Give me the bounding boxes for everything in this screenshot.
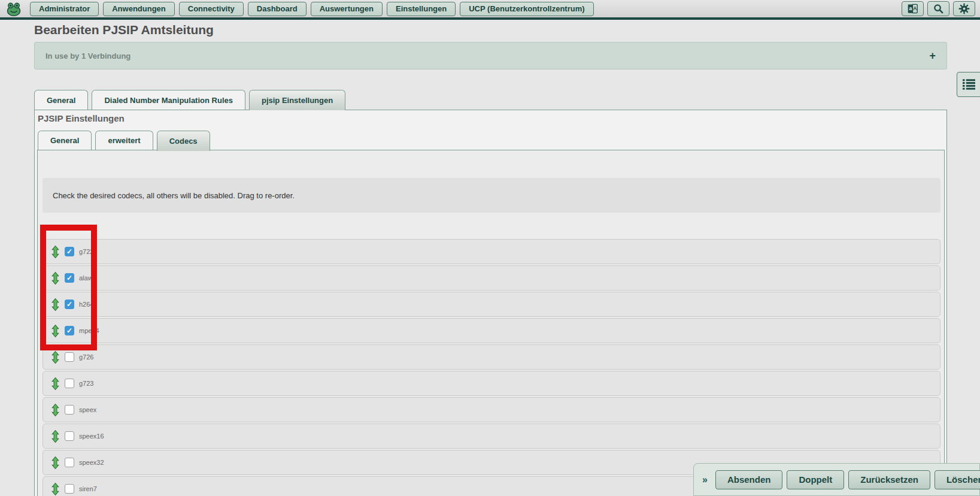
- language-button[interactable]: a A: [902, 1, 924, 16]
- nav-menu-item-label: Einstellungen: [396, 4, 447, 13]
- codec-label: h264: [79, 301, 93, 308]
- drag-reorder-icon[interactable]: [51, 456, 59, 469]
- search-icon: [933, 4, 943, 14]
- language-icon: a A: [907, 3, 918, 14]
- drag-reorder-icon[interactable]: [51, 377, 59, 390]
- drag-reorder-icon[interactable]: [51, 298, 59, 311]
- nav-menu-item-label: Administrator: [39, 4, 90, 13]
- codec-checkbox[interactable]: [65, 405, 74, 415]
- form-action-buttons: Absenden Doppelt Zurücksetzen Löschen: [715, 470, 980, 489]
- nav-menu: Administrator Anwendungen Connectivity D…: [30, 2, 594, 16]
- tab-label: erweitert: [108, 136, 140, 145]
- codec-checkbox[interactable]: [65, 458, 74, 467]
- codec-row[interactable]: speex16: [43, 424, 940, 449]
- list-icon: [963, 79, 975, 90]
- nav-menu-item[interactable]: UCP (Benutzerkontrollzentrum): [460, 2, 593, 16]
- tab-label: General: [50, 136, 79, 145]
- codec-label: g723: [79, 380, 93, 387]
- action-button[interactable]: Absenden: [715, 470, 783, 489]
- tab-label: pjsip Einstellungen: [262, 96, 333, 105]
- codec-label: speex: [79, 406, 96, 413]
- nav-menu-item-label: Auswertungen: [320, 4, 374, 13]
- main-tab-bar: General Dialed Number Manipulation Rules…: [34, 90, 345, 110]
- drag-reorder-icon[interactable]: [51, 246, 59, 258]
- inuse-text: In use by 1 Verbindung: [45, 52, 131, 61]
- drag-reorder-icon[interactable]: [51, 325, 59, 337]
- codec-row[interactable]: mpeg4: [43, 318, 940, 343]
- tab[interactable]: General: [34, 90, 88, 110]
- svg-text:A: A: [913, 5, 917, 11]
- codec-row[interactable]: g722: [43, 239, 940, 264]
- codec-hint-box: Check the desired codecs, all others wil…: [43, 178, 940, 213]
- action-button-label: Doppelt: [799, 474, 832, 485]
- page-title: Bearbeiten PJSIP Amtsleitung: [34, 23, 214, 37]
- nav-menu-item-label: Connectivity: [188, 4, 235, 13]
- tab-label: General: [47, 96, 75, 105]
- nav-menu-item[interactable]: Anwendungen: [103, 2, 175, 16]
- codec-checkbox[interactable]: [65, 300, 74, 309]
- gear-icon: [958, 3, 970, 14]
- module-list-button[interactable]: [957, 72, 980, 97]
- codec-label: mpeg4: [79, 327, 99, 334]
- codec-list: g722 alaw h264 mpeg4: [43, 239, 940, 496]
- tab[interactable]: Dialed Number Manipulation Rules: [92, 90, 245, 110]
- action-button-label: Löschen: [946, 474, 980, 485]
- action-button[interactable]: Doppelt: [787, 470, 844, 489]
- codec-label: g722: [79, 248, 93, 255]
- settings-button[interactable]: [953, 1, 975, 16]
- form-action-bar: » Absenden Doppelt Zurücksetzen Löschen: [693, 463, 980, 496]
- nav-menu-item-label: Dashboard: [257, 4, 298, 13]
- action-button-label: Absenden: [727, 474, 771, 485]
- drag-reorder-icon[interactable]: [51, 272, 59, 285]
- nav-menu-item-label: Anwendungen: [112, 4, 166, 13]
- nav-menu-item[interactable]: Administrator: [30, 2, 99, 16]
- nav-menu-item[interactable]: Dashboard: [248, 2, 307, 16]
- codec-row[interactable]: h264: [43, 292, 940, 317]
- codec-row[interactable]: g723: [43, 371, 940, 396]
- collapse-chevron-icon[interactable]: »: [702, 474, 708, 485]
- drag-reorder-icon[interactable]: [51, 430, 59, 443]
- codec-label: speex16: [79, 433, 104, 440]
- search-button[interactable]: [927, 1, 949, 16]
- codec-checkbox[interactable]: [65, 431, 74, 441]
- codec-label: g726: [79, 353, 93, 361]
- freepbx-frog-logo-icon[interactable]: [6, 1, 22, 17]
- codec-sub-tab-bar: General erweitert Codecs: [38, 131, 210, 151]
- freepbx-screen: Administrator Anwendungen Connectivity D…: [0, 0, 980, 496]
- codec-row[interactable]: alaw: [43, 265, 940, 291]
- codec-row[interactable]: speex: [43, 397, 940, 422]
- codec-checkbox[interactable]: [65, 484, 74, 494]
- nav-menu-item[interactable]: Auswertungen: [311, 2, 383, 16]
- top-navbar: Administrator Anwendungen Connectivity D…: [0, 0, 980, 20]
- codec-checkbox[interactable]: [65, 326, 74, 335]
- nav-menu-item[interactable]: Einstellungen: [387, 2, 456, 16]
- action-button[interactable]: Zurücksetzen: [848, 470, 930, 489]
- tab[interactable]: pjsip Einstellungen: [249, 90, 345, 110]
- expand-plus-icon[interactable]: +: [929, 50, 936, 61]
- action-button-label: Zurücksetzen: [860, 474, 918, 485]
- tab[interactable]: General: [38, 131, 92, 150]
- codec-label: siren7: [79, 485, 97, 492]
- codec-checkbox[interactable]: [65, 379, 74, 388]
- svg-text:a: a: [909, 5, 912, 11]
- codec-label: speex32: [79, 459, 104, 466]
- drag-reorder-icon[interactable]: [51, 404, 59, 416]
- codec-checkbox[interactable]: [65, 247, 74, 256]
- nav-icon-group: a A: [902, 1, 975, 16]
- tab[interactable]: Codecs: [157, 131, 210, 151]
- tab-label: Dialed Number Manipulation Rules: [104, 96, 233, 105]
- drag-reorder-icon[interactable]: [51, 351, 59, 364]
- drag-reorder-icon[interactable]: [51, 483, 59, 495]
- codec-row[interactable]: g726: [43, 344, 940, 370]
- section-heading: PJSIP Einstellungen: [38, 113, 125, 123]
- tab-label: Codecs: [169, 137, 198, 146]
- inuse-collapsible-panel[interactable]: In use by 1 Verbindung +: [34, 42, 947, 69]
- codecs-tab-content: Check the desired codecs, all others wil…: [37, 150, 945, 496]
- tab[interactable]: erweitert: [95, 131, 153, 150]
- codec-checkbox[interactable]: [65, 273, 74, 283]
- codec-checkbox[interactable]: [65, 352, 74, 362]
- codec-label: alaw: [79, 274, 93, 282]
- nav-menu-item[interactable]: Connectivity: [179, 2, 244, 16]
- action-button[interactable]: Löschen: [935, 470, 980, 489]
- nav-menu-item-label: UCP (Benutzerkontrollzentrum): [469, 4, 584, 13]
